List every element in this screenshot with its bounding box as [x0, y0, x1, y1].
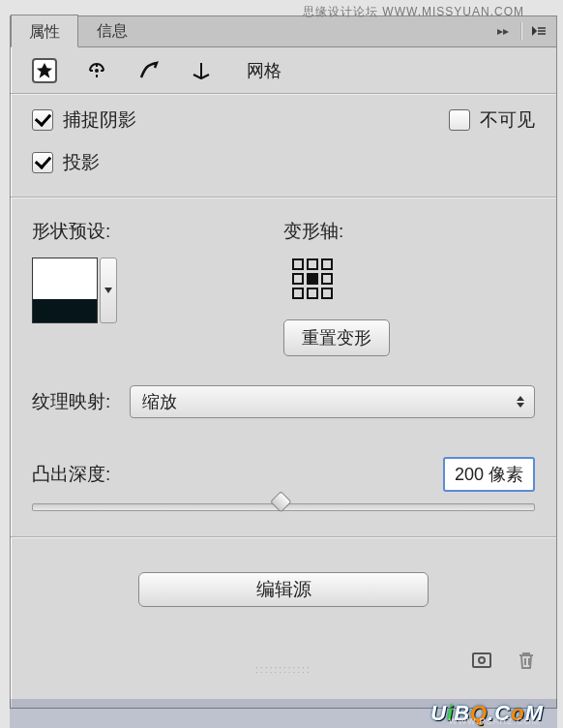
- checkbox-checked-icon: [32, 152, 53, 173]
- shape-preset-thumbnail[interactable]: [32, 258, 98, 323]
- texture-mapping-row: 纹理映射: 缩放: [11, 356, 556, 418]
- collapse-panel-icon[interactable]: ▸▸: [493, 22, 513, 40]
- extrusion-depth-label: 凸出深度:: [32, 462, 110, 487]
- tab-info[interactable]: 信息: [78, 14, 146, 46]
- cast-shadow-checkbox[interactable]: 投影: [32, 150, 136, 175]
- invisible-checkbox[interactable]: 不可见: [449, 107, 535, 133]
- shape-preset-label: 形状预设:: [32, 219, 283, 244]
- tool-row: 网格: [11, 47, 556, 94]
- tab-properties[interactable]: 属性: [11, 15, 78, 47]
- resize-grip-icon[interactable]: ::::::::::::: [255, 664, 311, 675]
- extrusion-depth-input[interactable]: 200 像素: [443, 457, 535, 492]
- svg-rect-4: [293, 274, 303, 284]
- source-watermark: 思缘设计论坛 WWW.MISSYUAN.COM: [303, 4, 524, 20]
- svg-rect-6: [322, 274, 332, 284]
- properties-panel: 属性 信息 ▸▸ 网格 捕捉阴影: [10, 15, 557, 709]
- svg-rect-3: [322, 259, 332, 269]
- tool-coords-icon[interactable]: [189, 58, 214, 83]
- svg-point-0: [95, 69, 99, 73]
- svg-rect-9: [322, 288, 332, 298]
- render-settings-icon[interactable]: [471, 650, 492, 671]
- capture-shadow-label: 捕捉阴影: [63, 107, 136, 133]
- texture-mapping-label: 纹理映射:: [32, 389, 110, 414]
- deform-axis-grid-icon[interactable]: [291, 258, 334, 300]
- svg-rect-5: [308, 274, 317, 284]
- invisible-label: 不可见: [480, 107, 535, 133]
- svg-rect-10: [473, 653, 490, 667]
- svg-rect-7: [293, 288, 303, 298]
- panel-menu-icon[interactable]: [529, 22, 548, 40]
- texture-mapping-select[interactable]: 缩放: [130, 385, 535, 418]
- deform-axis-label: 变形轴:: [283, 219, 535, 244]
- panel-controls: ▸▸: [493, 22, 548, 40]
- extrusion-depth-row: 凸出深度: 200 像素: [11, 418, 556, 492]
- texture-mapping-value: 缩放: [142, 390, 177, 413]
- preset-row: 形状预设: 变形轴: 重置变形: [11, 197, 556, 356]
- svg-rect-2: [308, 259, 317, 269]
- checkbox-unchecked-icon: [449, 109, 470, 131]
- panel-footer: [471, 650, 537, 671]
- svg-rect-8: [308, 288, 317, 298]
- capture-shadow-checkbox[interactable]: 捕捉阴影: [32, 107, 136, 133]
- tool-star-icon[interactable]: [32, 58, 57, 83]
- trash-icon[interactable]: [516, 650, 537, 671]
- svg-rect-1: [293, 259, 303, 269]
- shape-preset-dropdown[interactable]: [100, 258, 117, 323]
- separator: [520, 22, 521, 40]
- checkbox-checked-icon: [32, 109, 53, 131]
- cast-shadow-label: 投影: [63, 150, 100, 175]
- footer-watermark-sub: WWW.PSAHZ.COM: [449, 716, 540, 726]
- reset-deform-button[interactable]: 重置变形: [283, 319, 390, 356]
- visibility-options: 捕捉阴影 投影 不可见: [11, 94, 556, 179]
- slider-thumb-icon[interactable]: [270, 491, 292, 513]
- select-arrows-icon: [517, 396, 524, 408]
- tool-deform-icon[interactable]: [84, 58, 109, 83]
- depth-slider-row: [11, 492, 556, 511]
- depth-slider[interactable]: [32, 503, 535, 511]
- edit-source-button[interactable]: 编辑源: [138, 572, 429, 607]
- tool-cap-icon[interactable]: [136, 58, 162, 83]
- svg-point-11: [479, 657, 485, 663]
- tab-bar: 属性 信息 ▸▸: [11, 16, 556, 47]
- mesh-mode-label: 网格: [247, 59, 282, 82]
